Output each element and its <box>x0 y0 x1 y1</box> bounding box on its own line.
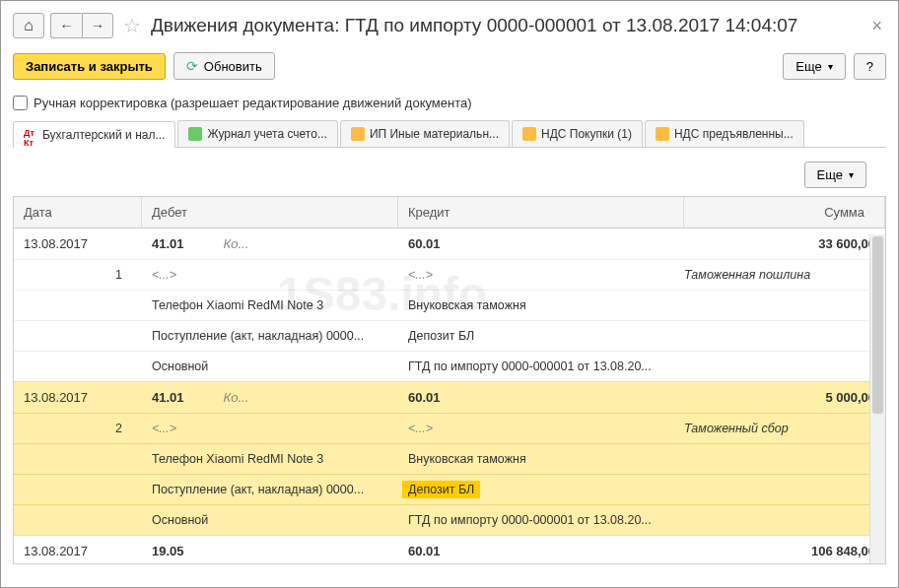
header-sum[interactable]: Сумма <box>684 197 885 228</box>
vertical-scrollbar[interactable] <box>869 234 885 563</box>
tab-accounting[interactable]: ДтКт Бухгалтерский и нал... <box>13 121 175 148</box>
main-toolbar: Записать и закрыть Обновить Еще ? <box>13 48 886 92</box>
titlebar: ⌂ ← → ☆ Движения документа: ГТД по импор… <box>13 9 886 48</box>
home-button[interactable]: ⌂ <box>13 13 44 38</box>
header-date[interactable]: Дата <box>14 197 142 228</box>
tab-journal[interactable]: Журнал учета счето... <box>177 120 337 147</box>
table-row[interactable]: 13.08.2017 41.01Ко... 60.01 5 000,00 2 <… <box>14 382 885 536</box>
more-button[interactable]: Еще <box>783 53 845 80</box>
help-button[interactable]: ? <box>854 53 886 80</box>
register-icon <box>351 127 365 141</box>
save-close-button[interactable]: Записать и закрыть <box>13 53 166 80</box>
manual-correction-label: Ручная корректировка (разрешает редактир… <box>34 96 472 110</box>
table-row[interactable]: 13.08.2017 41.01Ко... 60.01 33 600,00 1 … <box>14 229 885 382</box>
back-button[interactable]: ← <box>50 13 82 38</box>
manual-correction-row: Ручная корректировка (разрешает редактир… <box>13 92 886 120</box>
window-title: Движения документа: ГТД по импорту 0000-… <box>151 15 862 36</box>
content-toolbar: Еще <box>13 158 886 196</box>
document-movements-window: 1S83.info ⌂ ← → ☆ Движения документа: ГТ… <box>0 0 899 588</box>
manual-correction-checkbox[interactable] <box>13 96 28 110</box>
nav-group: ← → <box>50 13 113 38</box>
table-header: Дата Дебет Кредит Сумма <box>14 197 885 229</box>
selected-cell[interactable]: Депозит БЛ <box>402 481 480 498</box>
dt-kt-icon: ДтКт <box>24 128 37 142</box>
header-credit[interactable]: Кредит <box>398 197 684 228</box>
forward-button[interactable]: → <box>82 13 113 38</box>
tab-vat-purchases[interactable]: НДС Покупки (1) <box>512 120 643 147</box>
header-debit[interactable]: Дебет <box>142 197 398 228</box>
entries-table: Дата Дебет Кредит Сумма 13.08.2017 41.01… <box>13 196 886 564</box>
scroll-thumb[interactable] <box>872 236 883 414</box>
register-icon <box>656 127 669 141</box>
content-more-button[interactable]: Еще <box>804 162 866 188</box>
table-row[interactable]: 13.08.2017 19.05 60.01 106 848,00 <box>14 536 885 563</box>
close-button[interactable]: × <box>867 16 886 36</box>
table-icon <box>188 127 202 141</box>
tab-vat-presented[interactable]: НДС предъявленны... <box>645 120 804 147</box>
refresh-button[interactable]: Обновить <box>173 52 275 80</box>
tabs: ДтКт Бухгалтерский и нал... Журнал учета… <box>13 120 886 148</box>
favorite-star-icon[interactable]: ☆ <box>123 14 141 37</box>
tab-ip-other[interactable]: ИП Иные материальн... <box>340 120 510 147</box>
tab-content: Еще Дата Дебет Кредит Сумма 13.08.2017 4… <box>13 148 886 574</box>
register-icon <box>522 127 536 141</box>
table-body: 13.08.2017 41.01Ко... 60.01 33 600,00 1 … <box>14 229 885 563</box>
